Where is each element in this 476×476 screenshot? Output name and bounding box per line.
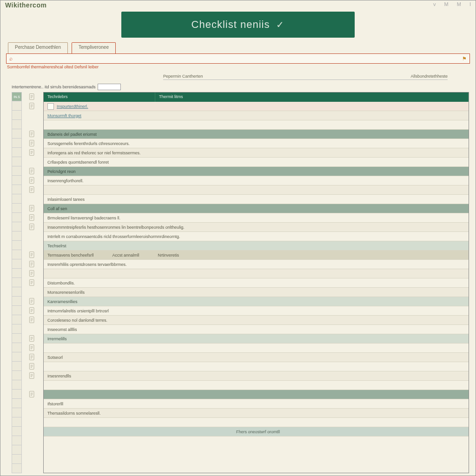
checkbox[interactable] [47,103,54,110]
gutter-cell[interactable] [12,231,22,241]
document-icon[interactable] [24,278,40,287]
gutter-cell[interactable] [12,445,22,455]
gutter-cell[interactable] [12,129,22,139]
gutter-cell[interactable] [12,324,22,334]
gutter-cell[interactable] [12,241,22,250]
gutter-cell[interactable] [12,222,22,231]
window-max-icon[interactable]: M [444,1,449,8]
document-icon[interactable] [24,269,40,278]
document-icon[interactable] [24,204,40,213]
table-row[interactable]: Inforegera ais red thelorec sor niel fer… [44,148,469,158]
table-row[interactable]: Inseeomst allllis [44,325,469,334]
document-icon[interactable] [24,129,40,139]
gutter-cell[interactable] [12,352,22,362]
gutter-cell[interactable] [12,306,22,315]
gutter-cell[interactable] [12,185,22,194]
document-icon[interactable] [24,231,40,241]
gutter-cell[interactable] [12,408,22,417]
table-row[interactable]: Crllavpdes quomtdsenendl fonret [44,158,469,167]
gutter-cell[interactable] [12,334,22,343]
document-icon[interactable] [24,362,40,371]
table-row[interactable] [44,185,469,195]
gutter-cell[interactable] [12,278,22,287]
table-row[interactable]: Monsorenesenlorills [44,288,469,297]
document-icon[interactable] [24,194,40,204]
gutter-cell[interactable] [12,111,22,120]
gutter-cell[interactable] [12,148,22,157]
document-icon[interactable] [24,343,40,352]
filter-input[interactable] [98,84,121,90]
document-icon[interactable] [24,334,40,343]
document-icon[interactable] [24,390,40,399]
gutter-cell[interactable] [12,315,22,324]
table-row[interactable] [44,269,469,278]
tab-purchase[interactable]: Perchase Demoethlen [8,42,68,53]
table-row[interactable] [44,344,469,353]
gutter-cell[interactable] [12,399,22,408]
document-icon[interactable] [24,111,40,120]
flag-icon[interactable]: ⚑ [462,56,467,62]
document-icon[interactable] [24,297,40,306]
document-icon[interactable] [24,213,40,222]
gutter-cell[interactable] [12,213,22,222]
table-row[interactable]: Thersasildorns somnelaresll. [44,409,469,418]
col-header-1[interactable]: Technlebrs [44,93,155,102]
table-row[interactable] [44,120,469,130]
table-row[interactable] [44,362,469,371]
gutter-cell[interactable] [12,390,22,399]
table-row[interactable] [44,418,469,427]
col-header-2[interactable]: Thermit litms [155,93,469,102]
search-input[interactable] [15,56,462,61]
window-restore-icon[interactable]: M [457,1,461,8]
document-icon[interactable] [24,148,40,157]
gutter-cell[interactable] [12,101,22,111]
document-icon[interactable] [24,185,40,194]
document-icon[interactable] [24,241,40,250]
table-row[interactable]: Brmoleseml lisrraversngl badecraens ll. [44,213,469,223]
table-row[interactable]: Sotseorl [44,353,469,362]
gutter-cell[interactable] [12,139,22,148]
table-row[interactable]: Distombondlis. [44,278,469,288]
gutter-cell[interactable] [12,287,22,297]
document-icon[interactable] [24,306,40,315]
window-min-icon[interactable]: v [433,1,436,8]
table-row[interactable] [44,381,469,390]
gutter-cell[interactable] [12,250,22,259]
document-icon[interactable] [24,120,40,129]
gutter-cell[interactable] [12,380,22,390]
table-row[interactable]: Ifstorerlll [44,399,469,409]
search-bar[interactable]: ⌕ ⚑ [6,53,470,64]
document-icon[interactable] [24,315,40,324]
document-icon[interactable] [24,92,40,101]
gutter-cell[interactable] [12,194,22,204]
gutter-cell[interactable] [12,297,22,306]
document-icon[interactable] [24,101,40,111]
gutter-cell[interactable] [12,371,22,380]
gutter-cell[interactable] [12,362,22,371]
table-row[interactable]: Intrrlelt m corrabonnsaentcdis ricld thr… [44,232,469,241]
table-row[interactable]: Intmomrlalreltis orsientplll brtrosrl [44,306,469,316]
document-icon[interactable] [24,166,40,176]
document-icon[interactable] [24,259,40,269]
gutter-cell[interactable] [12,176,22,185]
gutter-cell[interactable] [12,120,22,129]
table-row[interactable]: Irsesnrendlls [44,371,469,381]
table-row[interactable]: Insenrengforthorell. [44,176,469,185]
gutter-cell[interactable] [12,269,22,278]
document-icon[interactable] [24,399,40,408]
gutter-cell[interactable] [12,417,22,427]
gutter-cell[interactable] [12,166,22,176]
gutter-cell[interactable] [12,436,22,445]
gutter-cell[interactable] [12,259,22,269]
document-icon[interactable] [24,352,40,362]
document-icon[interactable] [24,324,40,334]
gutter-cell[interactable] [12,464,22,473]
table-row[interactable]: Sorssgernelis ferenthrdurls cthresonrece… [44,139,469,148]
document-icon[interactable] [24,139,40,148]
gutter-cell[interactable] [12,204,22,213]
document-icon[interactable] [24,250,40,259]
gutter-cell[interactable] [12,427,22,436]
gutter-cell[interactable] [12,343,22,352]
document-icon[interactable] [24,371,40,380]
document-icon[interactable] [24,176,40,185]
